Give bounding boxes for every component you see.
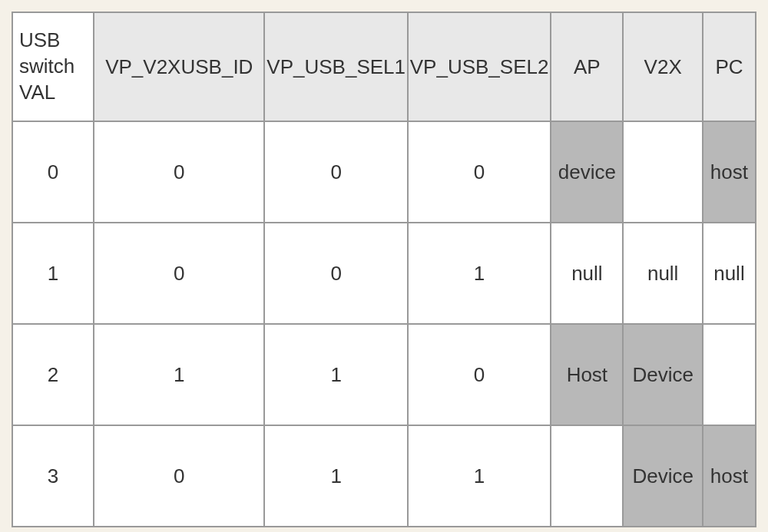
cell-id: 0 bbox=[94, 121, 264, 223]
table-row: 1001nullnullnull bbox=[12, 223, 756, 324]
cell-val: 0 bbox=[12, 121, 94, 223]
cell-val: 1 bbox=[12, 223, 94, 324]
cell-v2x: Device bbox=[623, 425, 702, 527]
cell-sel2: 0 bbox=[408, 121, 551, 223]
cell-ap: Host bbox=[551, 324, 623, 425]
cell-sel2: 1 bbox=[408, 425, 551, 527]
header-label: V2X bbox=[644, 55, 682, 78]
header-label: VP_USB_SEL2 bbox=[410, 55, 549, 78]
cell-val: 3 bbox=[12, 425, 94, 527]
header-usb-switch-val: USB switch VAL bbox=[12, 12, 94, 121]
cell-id: 0 bbox=[94, 223, 264, 324]
usb-switch-table: USB switch VAL VP_V2XUSB_ID VP_USB_SEL1 … bbox=[12, 12, 756, 527]
header-ap: AP bbox=[551, 12, 623, 121]
table-row: 0000devicehost bbox=[12, 121, 756, 223]
header-v2x: V2X bbox=[623, 12, 702, 121]
cell-v2x bbox=[623, 121, 702, 223]
cell-sel2: 1 bbox=[408, 223, 551, 324]
table-header-row: USB switch VAL VP_V2XUSB_ID VP_USB_SEL1 … bbox=[12, 12, 756, 121]
cell-ap: device bbox=[551, 121, 623, 223]
header-pc: PC bbox=[703, 12, 756, 121]
cell-id: 1 bbox=[94, 324, 264, 425]
cell-sel1: 1 bbox=[264, 324, 407, 425]
cell-v2x: Device bbox=[623, 324, 702, 425]
cell-pc bbox=[703, 324, 756, 425]
cell-ap bbox=[551, 425, 623, 527]
cell-sel2: 0 bbox=[408, 324, 551, 425]
table-body: 0000devicehost1001nullnullnull2110HostDe… bbox=[12, 121, 756, 527]
cell-sel1: 0 bbox=[264, 223, 407, 324]
cell-pc: null bbox=[703, 223, 756, 324]
table-row: 3011Devicehost bbox=[12, 425, 756, 527]
cell-id: 0 bbox=[94, 425, 264, 527]
cell-val: 2 bbox=[12, 324, 94, 425]
cell-ap: null bbox=[551, 223, 623, 324]
header-label: USB switch VAL bbox=[19, 28, 74, 104]
cell-pc: host bbox=[703, 425, 756, 527]
cell-v2x: null bbox=[623, 223, 702, 324]
header-label: PC bbox=[715, 55, 743, 78]
table-row: 2110HostDevice bbox=[12, 324, 756, 425]
header-label: AP bbox=[574, 55, 601, 78]
header-vp-usb-sel2: VP_USB_SEL2 bbox=[408, 12, 551, 121]
cell-sel1: 1 bbox=[264, 425, 407, 527]
header-label: VP_USB_SEL1 bbox=[266, 55, 406, 78]
header-label: VP_V2XUSB_ID bbox=[105, 55, 253, 78]
cell-pc: host bbox=[703, 121, 756, 223]
header-vp-usb-sel1: VP_USB_SEL1 bbox=[264, 12, 407, 121]
cell-sel1: 0 bbox=[264, 121, 407, 223]
header-vp-v2xusb-id: VP_V2XUSB_ID bbox=[94, 12, 264, 121]
